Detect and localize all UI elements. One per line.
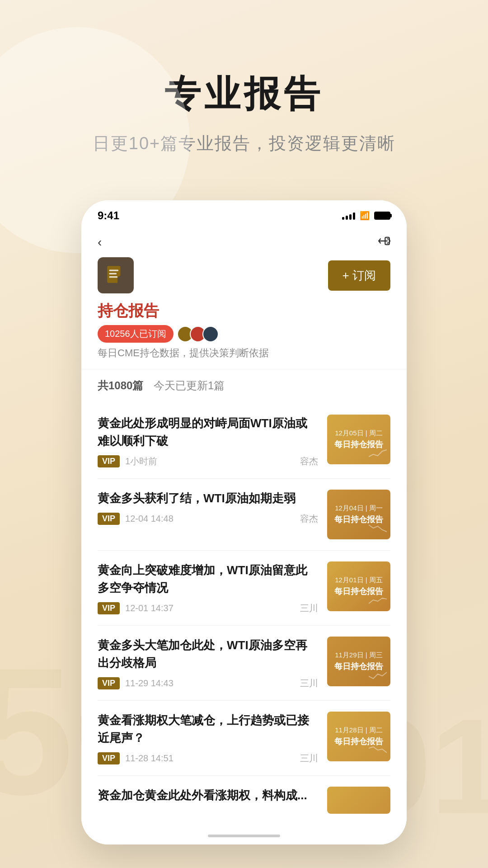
article-title: 黄金此处形成明显的对峙局面WTI原油或难以顺利下破: [98, 415, 318, 450]
article-tags: VIP 11-28 14:51: [98, 752, 174, 764]
status-bar: 9:41 📶: [81, 200, 407, 227]
article-content: 黄金向上突破难度增加，WTI原油留意此多空争夺情况 VIP 12-01 14:3…: [98, 561, 318, 614]
wifi-icon: 📶: [360, 211, 370, 221]
thumb-chart-icon: [369, 523, 387, 536]
article-item[interactable]: 黄金多头大笔加仓此处，WTI原油多空再出分歧格局 VIP 11-29 14:43…: [98, 626, 390, 701]
article-content: 资金加仓黄金此处外看涨期权，料构成...: [98, 787, 318, 814]
article-thumbnail: 12月04日 | 周一 每日持仓报告: [327, 490, 390, 539]
status-time: 9:41: [98, 209, 119, 222]
signal-bar-1: [342, 217, 344, 220]
page-title: 专业报告: [0, 72, 488, 116]
avatar-group: [181, 326, 219, 342]
vip-badge: VIP: [98, 752, 120, 764]
subscribe-button[interactable]: + 订阅: [328, 260, 390, 291]
article-author: 容杰: [300, 455, 318, 467]
thumb-date: 12月04日 | 周一: [335, 504, 383, 513]
article-title: 黄金看涨期权大笔减仓，上行趋势或已接近尾声？: [98, 712, 318, 747]
article-title: 黄金多头大笔加仓此处，WTI原油多空再出分歧格局: [98, 637, 318, 672]
divider-1: [81, 369, 407, 369]
svg-rect-3: [109, 273, 117, 274]
article-content: 黄金看涨期权大笔减仓，上行趋势或已接近尾声？ VIP 11-28 14:51 三…: [98, 712, 318, 764]
article-count-number: 共1080篇: [98, 379, 143, 392]
article-count: 共1080篇 今天已更新1篇: [98, 378, 390, 393]
vip-badge: VIP: [98, 602, 120, 614]
article-time: 1小时前: [125, 455, 157, 467]
thumb-chart-icon: [369, 745, 387, 758]
article-author: 三川: [300, 752, 318, 764]
page-subtitle: 日更10+篇专业报告，投资逻辑更清晰: [0, 132, 488, 155]
channel-meta: 10256人已订阅: [98, 325, 390, 343]
article-thumbnail: 12月01日 | 周五 每日持仓报告: [327, 561, 390, 611]
article-title: 黄金多头获利了结，WTI原油如期走弱: [98, 490, 318, 507]
phone-mockup: 9:41 📶 ‹: [81, 200, 407, 844]
article-author: 三川: [300, 602, 318, 614]
article-item[interactable]: 黄金看涨期权大笔减仓，上行趋势或已接近尾声？ VIP 11-28 14:51 三…: [98, 701, 390, 776]
vip-badge: VIP: [98, 677, 120, 689]
page-header: 专业报告 日更10+篇专业报告，投资逻辑更清晰: [0, 0, 488, 173]
signal-bar-3: [349, 214, 352, 220]
article-footer: VIP 12-01 14:37 三川: [98, 602, 318, 614]
thumb-chart-icon: [369, 670, 387, 683]
thumb-bg: 12月05日 | 周二 每日持仓报告: [327, 415, 390, 464]
article-time: 11-29 14:43: [125, 678, 174, 689]
article-time: 12-01 14:37: [125, 603, 174, 613]
thumb-date: 11月29日 | 周三: [335, 651, 383, 660]
article-footer: VIP 1小时前 容杰: [98, 455, 318, 467]
signal-bar-4: [353, 212, 355, 220]
article-tags: VIP 11-29 14:43: [98, 677, 174, 689]
article-thumbnail: 11月29日 | 周三 每日持仓报告: [327, 637, 390, 686]
thumb-date: 11月28日 | 周二: [335, 726, 383, 735]
article-footer: VIP 11-28 14:51 三川: [98, 752, 318, 764]
channel-icon: [98, 257, 134, 293]
battery-icon: [374, 212, 390, 220]
article-content: 黄金此处形成明显的对峙局面WTI原油或难以顺利下破 VIP 1小时前 容杰: [98, 415, 318, 467]
article-item[interactable]: 黄金多头获利了结，WTI原油如期走弱 VIP 12-04 14:48 容杰 12…: [98, 479, 390, 551]
thumb-bg: [327, 787, 390, 814]
phone-container: 9:41 📶 ‹: [0, 173, 488, 868]
article-thumbnail: [327, 787, 390, 814]
subscriber-badge: 10256人已订阅: [98, 325, 174, 343]
thumb-bg: 11月28日 | 周二 每日持仓报告: [327, 712, 390, 761]
channel-name: 持仓报告: [98, 301, 390, 321]
article-tags: VIP 12-01 14:37: [98, 602, 174, 614]
update-info: 今天已更新1篇: [154, 379, 225, 392]
share-button[interactable]: [378, 235, 390, 250]
thumb-bg: 12月04日 | 周一 每日持仓报告: [327, 490, 390, 539]
svg-rect-2: [109, 270, 118, 271]
article-time: 12-04 14:48: [125, 514, 174, 524]
article-title: 黄金向上突破难度增加，WTI原油留意此多空争夺情况: [98, 561, 318, 597]
nav-bar: ‹: [81, 227, 407, 257]
article-footer: VIP 11-29 14:43 三川: [98, 677, 318, 689]
article-footer: VIP 12-04 14:48 容杰: [98, 513, 318, 525]
thumb-date: 12月05日 | 周二: [335, 429, 383, 438]
article-tags: VIP 12-04 14:48: [98, 513, 174, 525]
back-button[interactable]: ‹: [98, 235, 102, 250]
thumb-bg: 11月29日 | 周三 每日持仓报告: [327, 637, 390, 686]
vip-badge: VIP: [98, 513, 120, 525]
thumb-date: 12月01日 | 周五: [335, 576, 383, 585]
article-item[interactable]: 黄金此处形成明显的对峙局面WTI原油或难以顺利下破 VIP 1小时前 容杰 12…: [98, 404, 390, 479]
content-area: + 订阅 持仓报告 10256人已订阅 每日CME持仓数据，提供决策判断依据 共…: [81, 257, 407, 827]
bottom-bar: [81, 827, 407, 844]
article-time: 11-28 14:51: [125, 753, 174, 764]
article-author: 三川: [300, 677, 318, 689]
vip-badge: VIP: [98, 455, 120, 467]
article-thumbnail: 11月28日 | 周二 每日持仓报告: [327, 712, 390, 761]
home-indicator: [208, 835, 280, 837]
avatar-3: [202, 326, 219, 342]
article-tags: VIP 1小时前: [98, 455, 157, 467]
article-author: 容杰: [300, 513, 318, 525]
article-list: 黄金此处形成明显的对峙局面WTI原油或难以顺利下破 VIP 1小时前 容杰 12…: [98, 404, 390, 814]
channel-description: 每日CME持仓数据，提供决策判断依据: [98, 346, 390, 360]
article-content: 黄金多头获利了结，WTI原油如期走弱 VIP 12-04 14:48 容杰: [98, 490, 318, 539]
article-item[interactable]: 资金加仓黄金此处外看涨期权，料构成...: [98, 776, 390, 814]
signal-bar-2: [346, 216, 348, 220]
article-thumbnail: 12月05日 | 周二 每日持仓报告: [327, 415, 390, 464]
article-item[interactable]: 黄金向上突破难度增加，WTI原油留意此多空争夺情况 VIP 12-01 14:3…: [98, 551, 390, 626]
thumb-chart-icon: [369, 594, 387, 608]
article-title: 资金加仓黄金此处外看涨期权，料构成...: [98, 787, 318, 804]
channel-header: + 订阅: [98, 257, 390, 293]
status-icons: 📶: [342, 211, 390, 221]
article-content: 黄金多头大笔加仓此处，WTI原油多空再出分歧格局 VIP 11-29 14:43…: [98, 637, 318, 689]
svg-rect-4: [109, 276, 117, 278]
